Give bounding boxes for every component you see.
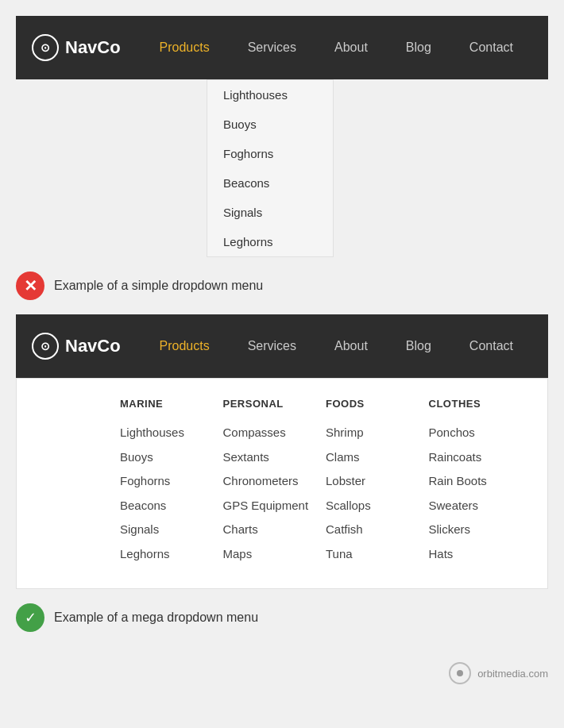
- mega-item-leghorns[interactable]: Leghorns: [120, 542, 215, 567]
- section-mega: ⊙ NavCo Products Services About Blog Con…: [0, 314, 564, 589]
- mega-header-personal: PERSONAL: [223, 398, 319, 410]
- mega-item-buoys[interactable]: Buoys: [120, 445, 215, 470]
- mega-item-compasses[interactable]: Compasses: [223, 421, 319, 445]
- nav-blog-mega[interactable]: Blog: [387, 314, 450, 378]
- mega-col-marine: MARINE Lighthouses Buoys Foghorns Beacon…: [120, 398, 223, 566]
- mega-item-clams[interactable]: Clams: [326, 445, 421, 470]
- section-simple: ⊙ NavCo Products Services About Blog Con…: [0, 0, 564, 257]
- mega-item-rain-boots[interactable]: Rain Boots: [429, 469, 524, 494]
- mega-item-shrimp[interactable]: Shrimp: [326, 421, 421, 445]
- mega-dropdown-menu: MARINE Lighthouses Buoys Foghorns Beacon…: [16, 378, 548, 589]
- mega-item-gps[interactable]: GPS Equipment: [223, 494, 319, 518]
- brand-simple: ⊙ NavCo: [32, 34, 121, 61]
- mega-item-signals[interactable]: Signals: [120, 518, 215, 542]
- mega-item-ponchos[interactable]: Ponchos: [429, 421, 524, 445]
- annotation-mega-text: Example of a mega dropdown menu: [54, 611, 258, 625]
- error-icon-symbol: ✕: [24, 276, 37, 295]
- nav-services-mega[interactable]: Services: [229, 314, 315, 378]
- mega-dropdown-grid: MARINE Lighthouses Buoys Foghorns Beacon…: [17, 379, 547, 588]
- nav-products-simple[interactable]: Products: [141, 16, 229, 79]
- mega-item-lighthouses[interactable]: Lighthouses: [120, 421, 215, 445]
- nav-links-mega: Products Services About Blog Contact: [141, 314, 532, 378]
- mega-header-marine: MARINE: [120, 398, 215, 410]
- success-icon-symbol: ✓: [25, 609, 37, 626]
- footer-logo-circle: [449, 662, 471, 684]
- footer-logo-dot: [457, 670, 463, 676]
- annotation-simple-text: Example of a simple dropdown menu: [54, 279, 263, 293]
- dropdown-item-beacons[interactable]: Beacons: [207, 168, 333, 198]
- mega-item-catfish[interactable]: Catfish: [326, 518, 421, 542]
- simple-dropdown-menu: Lighthouses Buoys Foghorns Beacons Signa…: [207, 79, 334, 257]
- success-icon: ✓: [16, 603, 44, 632]
- dropdown-item-lighthouses[interactable]: Lighthouses: [207, 80, 333, 110]
- footer-url: orbitmedia.com: [477, 668, 548, 680]
- nav-contact-mega[interactable]: Contact: [450, 314, 532, 378]
- mega-item-beacons[interactable]: Beacons: [120, 494, 215, 518]
- navbar-simple: ⊙ NavCo Products Services About Blog Con…: [16, 16, 548, 79]
- mega-item-slickers[interactable]: Slickers: [429, 518, 524, 542]
- nav-contact-simple[interactable]: Contact: [450, 16, 532, 79]
- mega-item-charts[interactable]: Charts: [223, 518, 319, 542]
- mega-item-sextants[interactable]: Sextants: [223, 445, 319, 470]
- mega-item-foghorns[interactable]: Foghorns: [120, 469, 215, 494]
- mega-item-raincoats[interactable]: Raincoats: [429, 445, 524, 470]
- nav-about-mega[interactable]: About: [315, 314, 387, 378]
- dropdown-item-signals[interactable]: Signals: [207, 198, 333, 227]
- mega-item-maps[interactable]: Maps: [223, 542, 319, 567]
- dropdown-item-buoys[interactable]: Buoys: [207, 110, 333, 139]
- nav-links-simple: Products Services About Blog Contact: [141, 16, 532, 79]
- nav-blog-simple[interactable]: Blog: [387, 16, 450, 79]
- brand-icon-simple: ⊙: [32, 34, 59, 61]
- mega-item-chronometers[interactable]: Chronometers: [223, 469, 319, 494]
- mega-item-hats[interactable]: Hats: [429, 542, 524, 567]
- nav-products-mega[interactable]: Products: [141, 314, 229, 378]
- mega-col-clothes: CLOTHES Ponchos Raincoats Rain Boots Swe…: [429, 398, 532, 566]
- mega-header-clothes: CLOTHES: [429, 398, 524, 410]
- annotation-mega: ✓ Example of a mega dropdown menu: [0, 589, 564, 646]
- mega-item-lobster[interactable]: Lobster: [326, 469, 421, 494]
- brand-mega: ⊙ NavCo: [32, 333, 121, 360]
- dropdown-item-foghorns[interactable]: Foghorns: [207, 139, 333, 168]
- nav-services-simple[interactable]: Services: [229, 16, 315, 79]
- mega-header-foods: FOODS: [326, 398, 421, 410]
- nav-about-simple[interactable]: About: [315, 16, 387, 79]
- mega-col-personal: PERSONAL Compasses Sextants Chronometers…: [223, 398, 326, 566]
- mega-item-sweaters[interactable]: Sweaters: [429, 494, 524, 518]
- brand-name-mega: NavCo: [65, 336, 121, 356]
- brand-name-simple: NavCo: [65, 37, 121, 58]
- mega-item-scallops[interactable]: Scallops: [326, 494, 421, 518]
- navbar-mega: ⊙ NavCo Products Services About Blog Con…: [16, 314, 548, 378]
- mega-item-tuna[interactable]: Tuna: [326, 542, 421, 567]
- mega-col-foods: FOODS Shrimp Clams Lobster Scallops Catf…: [326, 398, 429, 566]
- brand-icon-mega: ⊙: [32, 333, 59, 360]
- annotation-simple: ✕ Example of a simple dropdown menu: [0, 257, 564, 314]
- dropdown-item-leghorns[interactable]: Leghorns: [207, 227, 333, 256]
- footer: orbitmedia.com: [0, 646, 564, 700]
- error-icon: ✕: [16, 272, 44, 300]
